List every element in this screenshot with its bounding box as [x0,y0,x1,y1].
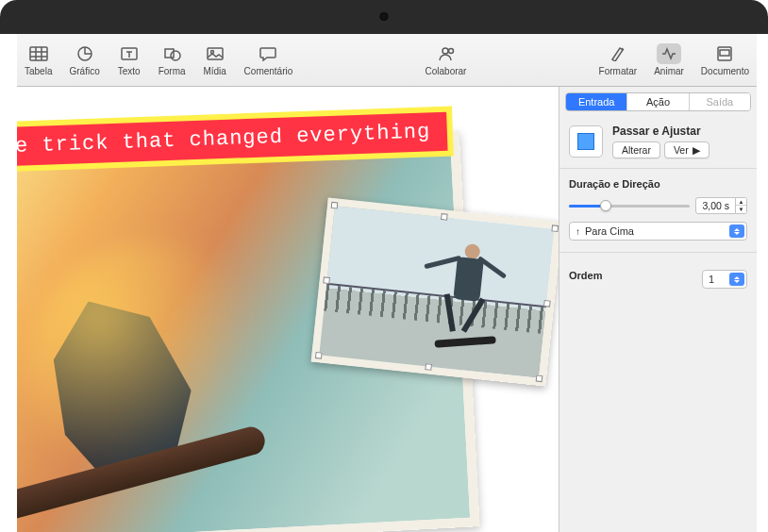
duration-slider[interactable] [569,199,690,212]
toolbar-midia-label: Mídia [203,66,225,76]
tab-entrada[interactable]: Entrada [566,93,627,110]
animate-icon [657,43,681,64]
resize-handle[interactable] [331,202,339,209]
toolbar-formatar[interactable]: Formatar [599,43,638,76]
toolbar-grafico[interactable]: Gráfico [69,43,99,76]
photo-small-selected[interactable] [311,197,559,386]
resize-handle[interactable] [323,276,330,284]
resize-handle[interactable] [536,374,543,382]
toolbar-formatar-label: Formatar [599,66,638,76]
resize-handle[interactable] [425,363,432,371]
main-toolbar: Tabela Gráfico Texto Forma Mídia [17,34,757,87]
svg-rect-5 [208,48,223,59]
toolbar-comentario-label: Comentário [244,66,293,76]
toolbar-forma-label: Forma [159,66,186,76]
toolbar-grafico-label: Gráfico [69,66,99,76]
slide-canvas[interactable]: e trick that changed everything [17,87,559,532]
effect-name: Passar e Ajustar [612,125,710,138]
order-dropdown[interactable]: 1 [702,270,747,289]
resize-handle[interactable] [441,213,448,221]
toolbar-colaborar-label: Colaborar [426,66,467,76]
duration-value[interactable]: 3,00 s [695,197,736,214]
toolbar-animar[interactable]: Animar [654,43,684,76]
direction-dropdown[interactable]: ↑ Para Cima [569,222,747,241]
toolbar-texto[interactable]: Texto [117,43,142,76]
chart-icon [73,43,97,64]
svg-point-8 [449,49,454,54]
media-icon [203,43,227,64]
toolbar-midia[interactable]: Mídia [203,43,227,76]
title-text: e trick that changed everything [17,120,431,158]
format-icon [606,43,630,64]
tab-saida[interactable]: Saída [690,93,750,110]
stepper-down-icon[interactable]: ▼ [736,206,746,213]
svg-point-4 [171,51,180,60]
order-title: Ordem [569,270,602,281]
duration-title: Duração e Direção [569,178,747,190]
toolbar-animar-label: Animar [654,66,684,76]
play-icon: ▶ [693,144,700,156]
shape-icon [159,43,184,64]
table-icon [26,43,51,64]
collaborate-icon [433,43,458,64]
svg-rect-3 [165,49,174,58]
toolbar-documento[interactable]: Documento [701,43,749,76]
svg-rect-10 [720,50,729,56]
toolbar-comentario[interactable]: Comentário [244,43,293,76]
svg-point-6 [210,51,213,54]
duration-stepper[interactable]: 3,00 s ▲▼ [695,197,747,214]
direction-value: Para Cima [585,225,634,237]
toolbar-colaborar[interactable]: Colaborar [426,43,467,76]
comment-icon [256,43,280,64]
stepper-up-icon[interactable]: ▲ [736,198,746,206]
svg-rect-0 [30,47,47,60]
text-icon [117,43,142,64]
toolbar-tabela[interactable]: Tabela [25,43,52,76]
toolbar-tabela-label: Tabela [25,66,52,76]
effect-thumbnail [569,125,603,158]
chevron-updown-icon [729,273,744,286]
chevron-updown-icon [729,224,744,238]
toolbar-forma[interactable]: Forma [159,43,186,76]
resize-handle[interactable] [543,299,551,307]
tab-acao[interactable]: Ação [627,93,689,110]
resize-handle[interactable] [551,224,559,232]
resize-handle[interactable] [315,352,323,359]
camera-dot [380,12,389,21]
animate-inspector: Entrada Ação Saída Passar e Ajustar Alte… [559,87,757,532]
svg-point-7 [442,48,448,54]
toolbar-texto-label: Texto [118,66,141,76]
toolbar-documento-label: Documento [701,66,749,76]
order-value: 1 [709,274,714,285]
animation-tabs: Entrada Ação Saída [565,92,751,111]
arrow-up-icon: ↑ [576,226,580,237]
document-icon [712,43,737,64]
preview-button[interactable]: Ver▶ [664,141,710,158]
change-effect-button[interactable]: Alterar [612,141,660,158]
